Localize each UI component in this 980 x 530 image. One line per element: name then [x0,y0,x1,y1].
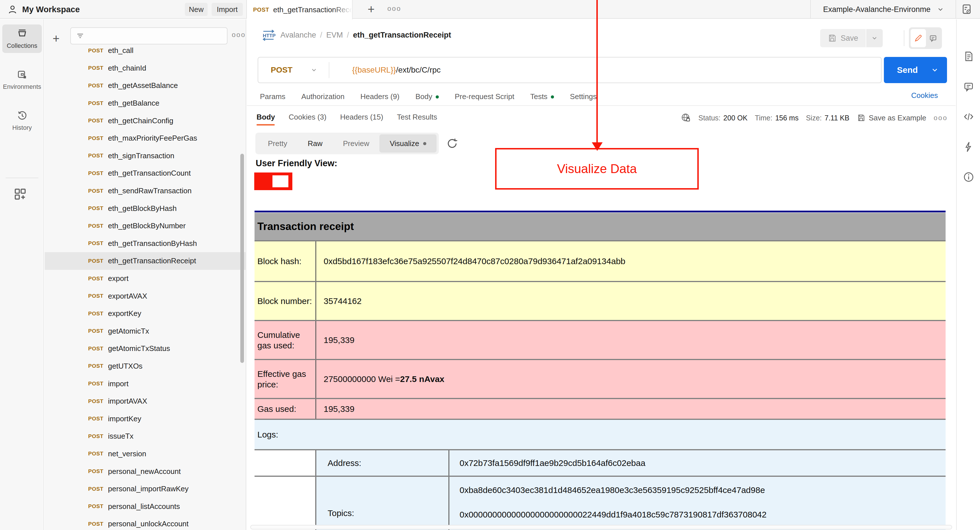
response-tab-item[interactable]: Test Results [397,113,438,123]
request-list-item[interactable]: POST import [45,375,246,393]
request-tab-item[interactable]: Body [415,92,439,101]
request-list-item[interactable]: POST eth_getChainConfig [45,112,246,129]
response-tabs: BodyCookies (3)Headers (15)Test Results [256,107,437,129]
sidebar-item-collections[interactable]: Collections [2,24,42,53]
request-list-item[interactable]: POST eth_getTransactionByHash [45,235,246,252]
view-option[interactable]: Preview [333,134,379,153]
method-selector[interactable]: POST [258,65,292,75]
send-button[interactable]: Send [884,57,947,83]
bolt-icon[interactable] [963,141,974,153]
request-list-item[interactable]: POST eth_getBlockByHash [45,200,246,217]
comment-mode-button[interactable] [926,29,940,47]
request-list-item[interactable]: POST personal_importRawKey [45,480,246,498]
request-name: getAtomicTxStatus [108,344,170,353]
request-tab-item[interactable]: Headers (9) [360,92,399,101]
explore-apps-icon[interactable] [13,187,28,201]
breadcrumb-folder[interactable]: EVM [326,31,343,40]
request-name: eth_getBlockByHash [108,204,177,213]
method-badge: POST [88,398,103,404]
sidebar-more-icon[interactable]: ooo [232,31,246,39]
log-spacer-cell [255,477,316,530]
environment-quick-look-icon[interactable] [961,3,973,15]
chevron-down-icon[interactable] [310,67,317,73]
request-list-item[interactable]: POST export [45,270,246,287]
request-list-item[interactable]: POST eth_sendRawTransaction [45,182,246,200]
response-tab-item[interactable]: Cookies (3) [289,113,326,123]
request-list-item[interactable]: POST issueTx [45,428,246,445]
edit-mode-button[interactable] [911,29,926,47]
view-option[interactable]: Pretty [258,134,298,153]
import-button[interactable]: Import [212,3,243,16]
request-list-item[interactable]: POST getAtomicTx [45,322,246,340]
save-button[interactable]: Save [820,29,865,47]
sidebar-item-history[interactable]: History [2,107,42,135]
request-list-item[interactable]: POST exportAVAX [45,287,246,305]
network-globe-icon [681,113,691,123]
request-list-item[interactable]: POST eth_maxPriorityFeePerGas [45,129,246,147]
request-list-item[interactable]: POST eth_chainId [45,59,246,77]
request-list-item[interactable]: POST importAVAX [45,393,246,410]
response-tab-item[interactable]: Headers (15) [340,113,383,123]
rail-separator [6,177,38,178]
sidebar-filter-input[interactable] [88,32,225,40]
request-tab[interactable]: POST eth_getTransactionRece [247,0,353,19]
view-option[interactable]: Raw [298,134,333,153]
request-name: eth_maxPriorityFeePerGas [108,134,197,143]
request-list: POST eth_call POST eth_chainId POST eth_… [45,42,246,530]
url-separator [329,62,329,78]
response-more-icon[interactable]: ooo [934,114,948,122]
request-name: issueTx [108,432,134,441]
horizontal-scrollbar[interactable] [250,525,952,530]
view-option[interactable]: Visualize [379,134,436,153]
request-list-item[interactable]: POST eth_signTransaction [45,147,246,165]
code-icon[interactable] [963,111,974,122]
request-list-item[interactable]: POST personal_listAccounts [45,498,246,515]
request-tab-item[interactable]: Params [260,92,286,101]
row-value-text: 195,339 [324,335,354,345]
info-icon[interactable] [963,171,974,183]
postman-app: My Workspace New Import POST eth_getTran… [0,0,980,530]
breadcrumb-collection[interactable]: Avalanche [280,31,316,40]
environment-selector[interactable]: Example-Avalanche-Environme [819,0,944,19]
request-name: exportAVAX [108,292,147,300]
request-tab-item[interactable]: Tests [530,92,554,101]
save-options-button[interactable] [866,29,883,47]
request-list-item[interactable]: POST eth_getTransactionReceipt [45,252,246,270]
request-list-item[interactable]: POST eth_getTransactionCount [45,164,246,182]
request-list-item[interactable]: POST eth_getAssetBalance [45,77,246,94]
url-variable: {{baseURL}} [352,65,396,74]
workspace-title: My Workspace [22,5,80,14]
request-list-item[interactable]: POST getAtomicTxStatus [45,340,246,358]
request-list-item[interactable]: POST personal_unlockAccount [45,515,246,530]
cookies-link[interactable]: Cookies [911,91,938,100]
row-value: 27500000000 Wei = 27.5 nAvax [316,360,946,398]
request-list-item[interactable]: POST eth_getBalance [45,94,246,112]
request-list-item[interactable]: POST importKey [45,410,246,428]
request-list-item[interactable]: POST getUTXOs [45,358,246,375]
user-friendly-view-checkbox[interactable] [254,172,292,190]
request-list-item[interactable]: POST personal_newAccount [45,463,246,480]
request-list-item[interactable]: POST exportKey [45,305,246,322]
documentation-icon[interactable] [963,51,974,62]
response-tab-item[interactable]: Body [256,113,275,123]
new-tab-button[interactable]: + [363,2,379,17]
request-list-item[interactable]: POST eth_call [45,42,246,59]
status-label: Status: [698,114,721,122]
request-name: importAVAX [108,397,147,405]
workspace-switcher[interactable]: My Workspace [7,0,80,19]
save-as-example-button[interactable]: Save as Example [857,113,926,122]
url-input[interactable]: {{baseURL}}/ext/bc/C/rpc [352,65,441,75]
sidebar-item-environments[interactable]: Environments [2,65,42,94]
request-name: getAtomicTx [108,327,149,335]
request-tab-item[interactable]: Authorization [301,92,345,101]
chevron-down-icon[interactable] [931,66,939,74]
sidebar-scrollbar[interactable] [240,154,244,363]
request-list-item[interactable]: POST net_version [45,445,246,463]
tab-more-icon[interactable]: ooo [387,5,401,13]
request-list-item[interactable]: POST eth_getBlockByNumber [45,217,246,235]
request-tab-item[interactable]: Pre-request Script [455,92,514,101]
comments-icon[interactable] [963,81,974,92]
request-tab-item[interactable]: Settings [570,92,597,101]
new-button[interactable]: New [185,3,208,16]
refresh-icon[interactable] [446,137,458,150]
